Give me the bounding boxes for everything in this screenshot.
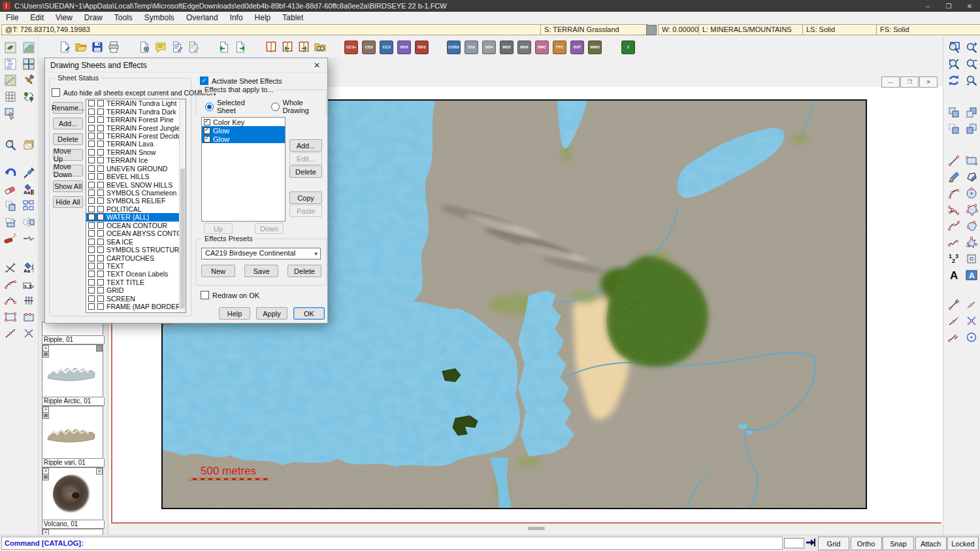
arrow-indicator-icon[interactable]	[805, 537, 816, 548]
grid-toggle-button[interactable]: Grid	[818, 537, 849, 550]
cross-select-icon[interactable]	[20, 325, 37, 341]
redraw-row[interactable]: Redraw on OK	[201, 291, 259, 299]
menu-tablet[interactable]: Tablet	[276, 12, 309, 24]
restore-icon[interactable]: ❐	[900, 76, 919, 88]
effects-preset-select[interactable]: CA219 Birdseye Continental ▾	[201, 248, 321, 259]
redraw-icon[interactable]	[945, 72, 962, 88]
effect-checkbox[interactable]	[204, 136, 210, 142]
locked-toggle-button[interactable]: Locked	[947, 537, 979, 550]
sheet-hide-checkbox[interactable]	[88, 149, 95, 156]
break-line-icon[interactable]	[20, 230, 37, 246]
menu-help[interactable]: Help	[249, 12, 277, 24]
center-circle-icon[interactable]	[963, 329, 979, 345]
sheet-row[interactable]: TEXT Ocean Labels	[86, 270, 186, 278]
sheet-hide-checkbox[interactable]	[88, 197, 95, 204]
command-value-box[interactable]	[784, 538, 804, 548]
sheet-row[interactable]: SCREEN	[86, 295, 186, 303]
preset-delete-button[interactable]: Delete	[287, 265, 321, 277]
attach-toggle-button[interactable]: Attach	[915, 537, 947, 550]
redraw-checkbox[interactable]	[201, 291, 209, 299]
arc-icon[interactable]	[945, 185, 962, 201]
sheet-auto-checkbox[interactable]	[97, 149, 104, 156]
zoom-extents-icon[interactable]	[945, 56, 962, 72]
options-icon[interactable]: ▤	[42, 351, 49, 358]
sheet-hide-checkbox[interactable]	[88, 206, 95, 212]
minimize-icon[interactable]: –	[917, 0, 938, 12]
effect-paste-button[interactable]: Paste	[289, 205, 322, 217]
apply-button[interactable]: Apply	[256, 307, 287, 320]
trim-icon[interactable]	[2, 259, 18, 276]
symbol-label[interactable]: Ripple, 01	[42, 336, 105, 344]
sheet-hide-checkbox[interactable]	[88, 303, 95, 310]
catalog-button-cd3[interactable]: CD3	[362, 41, 376, 54]
sheet-row[interactable]: GRID	[86, 286, 186, 294]
sheet-auto-checkbox[interactable]	[97, 263, 104, 269]
curve-icon[interactable]	[945, 218, 962, 234]
catalog-button-ttc[interactable]: TTC	[553, 41, 566, 54]
sheet-auto-checkbox[interactable]	[97, 222, 104, 229]
sheet-hide-checkbox[interactable]	[88, 133, 95, 139]
menu-overland[interactable]: Overland	[180, 12, 224, 24]
symbol-label[interactable]: Ripple vari, 01	[42, 459, 105, 467]
menu-view[interactable]: View	[50, 12, 78, 24]
undo-icon[interactable]	[2, 165, 18, 181]
catalog-button-ss2[interactable]: SS2	[465, 41, 478, 54]
sheet-row[interactable]: TERRAIN Forest Deciduous	[86, 132, 186, 140]
effect-add-button[interactable]: Add...	[289, 139, 322, 152]
line-icon[interactable]	[945, 152, 962, 169]
effect-row[interactable]: Color Key	[202, 118, 285, 126]
help-button[interactable]: Help	[219, 307, 250, 320]
sheet-hide-checkbox[interactable]	[88, 287, 95, 293]
export-icon[interactable]	[232, 39, 248, 56]
rotate-copy-icon[interactable]	[2, 214, 18, 230]
zoom-window-icon[interactable]	[945, 39, 962, 56]
node-edit-icon[interactable]	[2, 325, 18, 341]
effect-delete-button[interactable]: Delete	[289, 165, 322, 178]
mirror-icon[interactable]	[20, 214, 37, 230]
sheet-hide-checkbox[interactable]	[88, 165, 95, 172]
sheet-auto-checkbox[interactable]	[97, 157, 104, 163]
eyedropper-icon[interactable]	[20, 165, 37, 181]
eraser-icon[interactable]	[2, 181, 18, 197]
cross-x-icon[interactable]	[963, 312, 979, 329]
close-icon[interactable]: ✕	[919, 76, 938, 88]
effect-row[interactable]: Glow	[202, 135, 285, 143]
minimap-icon[interactable]	[20, 39, 37, 56]
zoom-out-icon[interactable]	[963, 56, 979, 72]
numeric-label-icon[interactable]: Aa1	[20, 259, 37, 276]
sheet-auto-checkbox[interactable]	[97, 125, 104, 131]
catalog-button-ms6[interactable]: MS6	[517, 41, 531, 54]
sheet-auto-checkbox[interactable]	[97, 182, 104, 188]
sheet-hide-checkbox[interactable]	[88, 263, 95, 269]
sheet-auto-checkbox[interactable]	[97, 197, 104, 204]
sheet-auto-checkbox[interactable]	[97, 303, 104, 310]
sheets-icon[interactable]	[20, 137, 37, 153]
sheet-row[interactable]: UNEVEN GROUND	[86, 165, 186, 173]
print-icon[interactable]	[105, 39, 122, 56]
show-all-button[interactable]: Show All	[53, 180, 83, 192]
sheet-auto-checkbox[interactable]	[97, 109, 104, 115]
sheet-auto-checkbox[interactable]	[97, 214, 104, 220]
text-box-icon[interactable]: A	[963, 267, 979, 283]
sheet-hide-checkbox[interactable]	[88, 141, 95, 147]
sheet-auto-checkbox[interactable]	[97, 271, 104, 277]
effect-row[interactable]: Glow	[202, 126, 285, 135]
ortho-toggle-button[interactable]: Ortho	[851, 537, 882, 550]
sheet-auto-checkbox[interactable]	[97, 141, 104, 147]
menu-file[interactable]: File	[0, 12, 24, 24]
sheet-hide-checkbox[interactable]	[88, 295, 95, 302]
copy-icon[interactable]	[2, 197, 18, 214]
sheet-auto-checkbox[interactable]	[97, 239, 104, 245]
explode-icon[interactable]	[2, 230, 18, 246]
catalog-button-cc3[interactable]: CC3	[380, 41, 393, 54]
sheet-row[interactable]: TERRAIN Forest Pine	[86, 116, 186, 124]
sheet-row[interactable]: TEXT	[86, 262, 186, 270]
autohide-row[interactable]: Auto hide all sheets except current and …	[52, 88, 216, 97]
maximize-icon[interactable]: ❐	[938, 0, 959, 12]
annotation-icon[interactable]	[152, 39, 169, 56]
duplicate-grid-icon[interactable]	[20, 197, 37, 214]
overview-map-icon[interactable]	[2, 39, 18, 56]
catalog-button-cos3[interactable]: COS3	[447, 41, 461, 54]
symbol-label[interactable]: Ripple Arctic, 01	[42, 397, 105, 406]
sheet-row[interactable]: SYMBOLS RELIEF	[86, 197, 186, 205]
